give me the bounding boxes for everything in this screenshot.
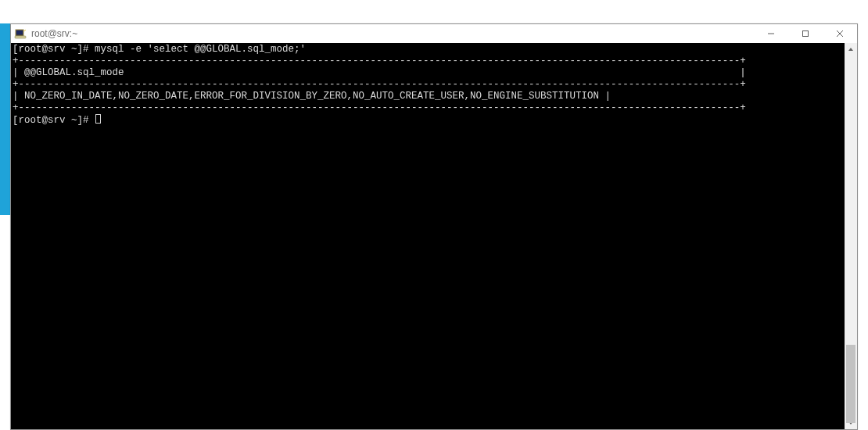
minimize-button[interactable] [754, 24, 788, 43]
close-button[interactable] [823, 24, 857, 43]
vertical-scrollbar[interactable] [845, 43, 857, 429]
svg-rect-5 [803, 31, 809, 37]
cursor-icon [95, 114, 101, 124]
terminal[interactable]: [root@srv ~]# mysql -e 'select @@GLOBAL.… [11, 43, 845, 429]
terminal-area: [root@srv ~]# mysql -e 'select @@GLOBAL.… [11, 43, 857, 429]
window-controls [754, 24, 857, 43]
prompt-text: [root@srv ~]# [13, 44, 95, 55]
putty-icon [11, 27, 30, 40]
svg-rect-2 [15, 36, 26, 38]
scroll-track[interactable] [845, 56, 857, 417]
maximize-button[interactable] [788, 24, 823, 43]
output-border: +---------------------------------------… [13, 56, 843, 67]
left-blue-strip [0, 23, 10, 215]
output-header: | @@GLOBAL.sql_mode | [13, 67, 843, 79]
scroll-thumb[interactable] [846, 345, 855, 423]
svg-line-3 [24, 30, 26, 31]
scroll-up-button[interactable] [845, 43, 857, 56]
svg-marker-8 [848, 48, 853, 51]
output-value: | NO_ZERO_IN_DATE,NO_ZERO_DATE,ERROR_FOR… [13, 91, 843, 102]
titlebar[interactable]: root@srv:~ [11, 24, 857, 43]
output-border: +---------------------------------------… [13, 79, 843, 91]
putty-window: root@srv:~ [root@srv ~]# mysql -e 'selec… [10, 23, 858, 430]
svg-rect-1 [16, 30, 23, 34]
page-background: root@srv:~ [root@srv ~]# mysql -e 'selec… [0, 0, 868, 430]
prompt-text: [root@srv ~]# [13, 115, 95, 126]
output-border: +---------------------------------------… [13, 102, 843, 114]
command-text: mysql -e 'select @@GLOBAL.sql_mode;' [95, 44, 306, 55]
window-title: root@srv:~ [30, 28, 754, 39]
